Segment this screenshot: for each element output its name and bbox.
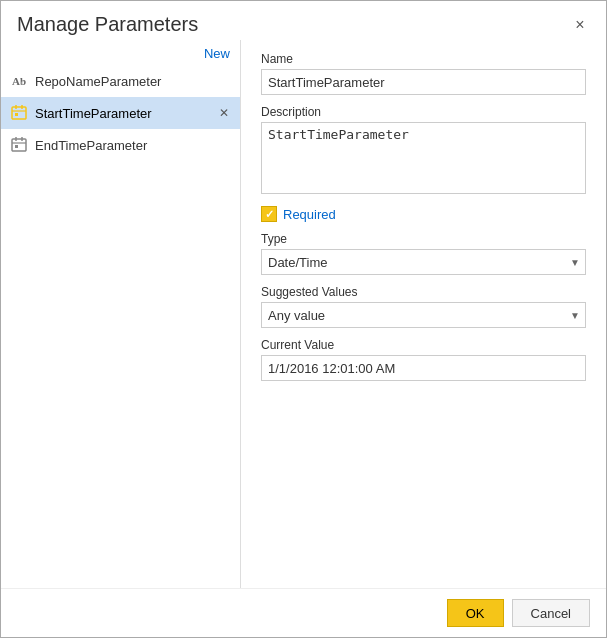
dialog-footer: OK Cancel bbox=[1, 588, 606, 637]
param-label: StartTimeParameter bbox=[35, 106, 216, 121]
calendar-icon bbox=[11, 136, 29, 154]
svg-rect-6 bbox=[15, 113, 18, 116]
svg-rect-7 bbox=[12, 139, 26, 151]
description-label: Description bbox=[261, 105, 586, 119]
svg-text:c: c bbox=[21, 78, 25, 87]
param-list: Ab c RepoNameParameter bbox=[1, 65, 240, 588]
cancel-button[interactable]: Cancel bbox=[512, 599, 590, 627]
suggested-select-wrapper: Any value List of values Query ▼ bbox=[261, 302, 586, 328]
abc-icon: Ab c bbox=[11, 72, 29, 90]
name-field-group: Name bbox=[261, 52, 586, 95]
svg-rect-2 bbox=[12, 107, 26, 119]
ok-button[interactable]: OK bbox=[447, 599, 504, 627]
suggested-select[interactable]: Any value List of values Query bbox=[261, 302, 586, 328]
suggested-field-group: Suggested Values Any value List of value… bbox=[261, 285, 586, 328]
title-bar: Manage Parameters × bbox=[1, 1, 606, 40]
list-item[interactable]: EndTimeParameter bbox=[1, 129, 240, 161]
list-item[interactable]: StartTimeParameter ✕ bbox=[1, 97, 240, 129]
current-value-input[interactable] bbox=[261, 355, 586, 381]
current-value-label: Current Value bbox=[261, 338, 586, 352]
list-item[interactable]: Ab c RepoNameParameter bbox=[1, 65, 240, 97]
type-select[interactable]: Date/Time Text Number Date Time Binary A… bbox=[261, 249, 586, 275]
current-value-field-group: Current Value bbox=[261, 338, 586, 381]
required-checkbox[interactable] bbox=[261, 206, 277, 222]
new-link[interactable]: New bbox=[204, 46, 230, 61]
suggested-label: Suggested Values bbox=[261, 285, 586, 299]
close-button[interactable]: × bbox=[570, 15, 590, 35]
required-row: Required bbox=[261, 206, 586, 222]
dialog-body: New Ab c RepoNameParameter bbox=[1, 40, 606, 588]
param-label: EndTimeParameter bbox=[35, 138, 232, 153]
type-field-group: Type Date/Time Text Number Date Time Bin… bbox=[261, 232, 586, 275]
svg-rect-11 bbox=[15, 145, 18, 148]
name-input[interactable] bbox=[261, 69, 586, 95]
calendar-icon bbox=[11, 104, 29, 122]
required-label: Required bbox=[283, 207, 336, 222]
new-link-row: New bbox=[1, 44, 240, 65]
type-label: Type bbox=[261, 232, 586, 246]
left-panel: New Ab c RepoNameParameter bbox=[1, 40, 241, 588]
name-label: Name bbox=[261, 52, 586, 66]
description-field-group: Description StartTimeParameter bbox=[261, 105, 586, 194]
type-select-wrapper: Date/Time Text Number Date Time Binary A… bbox=[261, 249, 586, 275]
param-label: RepoNameParameter bbox=[35, 74, 232, 89]
right-panel: Name Description StartTimeParameter Requ… bbox=[241, 40, 606, 588]
manage-parameters-dialog: Manage Parameters × New Ab c RepoNamePar… bbox=[0, 0, 607, 638]
description-input[interactable]: StartTimeParameter bbox=[261, 122, 586, 194]
remove-button[interactable]: ✕ bbox=[216, 105, 232, 121]
dialog-title: Manage Parameters bbox=[17, 13, 198, 36]
